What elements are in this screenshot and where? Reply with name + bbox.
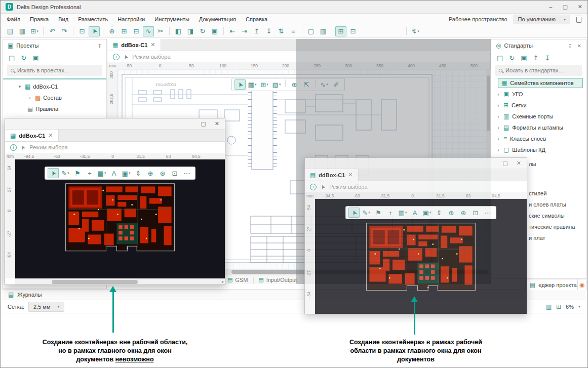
draw-tool-icon[interactable]: ✎▾ xyxy=(361,208,372,218)
tree-item-ddbox-c1[interactable]: ▾ ▦ ddBox-C1 xyxy=(3,81,106,92)
floating-window-titlebar[interactable]: ▢ ✕ xyxy=(5,118,225,130)
grid-step-select[interactable]: 2,5 мм ▾ xyxy=(28,302,65,312)
menu-item[interactable]: Инструменты xyxy=(154,16,189,22)
std-kd-templates[interactable]: › ▢ Шаблоны КД xyxy=(491,144,586,155)
move-tool-icon[interactable]: + xyxy=(84,168,95,178)
minimize-button[interactable]: – xyxy=(549,4,552,10)
paste-style-icon[interactable]: ▥ xyxy=(318,26,329,36)
std-grids[interactable]: › ⊞ Сетки xyxy=(491,100,586,111)
zoom-fit-icon[interactable]: ⊟ xyxy=(131,26,142,36)
close-button[interactable]: ✕ xyxy=(578,4,582,10)
maximize-button[interactable]: ▢ xyxy=(562,4,567,10)
expander-icon[interactable]: › xyxy=(27,95,32,100)
std-component-families[interactable]: ▦ Семейства компонентов xyxy=(498,78,583,88)
horizontal-scrollbar[interactable]: ▸ xyxy=(15,278,225,284)
frame-tool-icon[interactable]: ▣▾ xyxy=(121,168,132,178)
zoom-tool-icon[interactable]: ⊡ xyxy=(470,208,481,218)
copy-icon[interactable]: ▣ xyxy=(521,54,527,62)
menu-item[interactable]: Справка xyxy=(246,16,267,22)
tree-item-pravila[interactable]: ▤ Правила xyxy=(3,103,106,114)
probe-icon[interactable]: ↯▾ xyxy=(410,26,421,36)
collapsed-tab[interactable]: ◉ xyxy=(577,279,586,290)
close-button[interactable]: ✕ xyxy=(517,160,521,167)
center-tool-icon[interactable]: ⊕ xyxy=(145,168,156,178)
expander-icon[interactable]: › xyxy=(496,147,500,153)
select-tool-icon[interactable]: ➤ xyxy=(48,168,59,178)
tree-item-sostav[interactable]: › ▩ Состав xyxy=(3,92,106,103)
std-schematic-ports[interactable]: › ▥ Схемные порты xyxy=(491,111,586,122)
projects-search-input[interactable] xyxy=(17,67,99,73)
copy-style-icon[interactable]: ▢ xyxy=(305,26,317,36)
refresh-icon[interactable]: ↻ xyxy=(21,54,26,62)
select-tool-icon[interactable]: ➤ xyxy=(348,208,360,218)
zoom-area-icon[interactable]: ⊞ xyxy=(119,26,130,36)
image-tool-icon[interactable]: ▧▾ xyxy=(271,79,282,90)
more-tools-icon[interactable]: ⋯ xyxy=(482,208,493,218)
more-tools-icon[interactable]: ⋯ xyxy=(181,168,192,178)
pin-icon[interactable]: ↧ xyxy=(568,43,572,49)
distribute-h-icon[interactable]: ≡ xyxy=(288,26,299,36)
close-tab-icon[interactable]: ✕ xyxy=(48,132,53,139)
menu-item[interactable]: Разместить xyxy=(78,16,108,22)
standards-search-input[interactable] xyxy=(505,67,578,73)
save-all-icon[interactable]: ▦ xyxy=(17,26,28,36)
select-tool-icon[interactable]: ➤ xyxy=(234,79,246,90)
align-bottom-icon[interactable]: ↧ xyxy=(263,26,275,36)
menu-item[interactable]: Файл xyxy=(7,16,20,22)
floating-window-titlebar[interactable]: ▢ ✕ xyxy=(305,158,527,169)
new-project-icon[interactable]: ▤ xyxy=(9,54,15,62)
document-tab[interactable]: ▦ ddBox-C1 ✕ xyxy=(5,130,59,141)
close-tab-icon[interactable]: ✕ xyxy=(150,42,155,48)
find-object-icon[interactable]: ⊡ xyxy=(76,26,88,36)
align-right-icon[interactable]: ⇥ xyxy=(239,26,250,36)
vector-tool-icon[interactable]: ⊛ xyxy=(157,168,168,178)
expander-icon[interactable]: › xyxy=(496,103,500,108)
text-tool-icon[interactable]: A xyxy=(108,168,120,178)
menu-item[interactable]: Правка xyxy=(30,16,49,22)
refresh-icon[interactable]: ↻ xyxy=(509,54,515,62)
trace-mode-icon[interactable]: ∿ xyxy=(143,26,154,36)
export-icon[interactable]: ↧ xyxy=(544,54,550,62)
document-tab[interactable]: ▦ ddBox-C1 ✕ xyxy=(107,39,161,51)
scroll-right-icon[interactable]: ▸ xyxy=(222,279,224,285)
close-panel-icon[interactable]: ✕ xyxy=(577,43,581,49)
grid-tool-icon[interactable]: ▦▾ xyxy=(247,79,258,90)
select-mode-icon[interactable]: ➤ xyxy=(89,26,100,36)
std-formats-stamps[interactable]: › ▤ Форматы и штампы xyxy=(491,122,586,133)
close-button[interactable]: ✕ xyxy=(215,120,219,127)
snap-toggle-icon[interactable]: ⊡ xyxy=(347,26,359,36)
distribute-v-icon[interactable]: ⇅ xyxy=(276,26,287,36)
redo-icon[interactable]: ↷ xyxy=(59,26,70,36)
rotate-icon[interactable]: ↻ xyxy=(197,26,208,36)
align-left-icon[interactable]: ⇤ xyxy=(227,26,238,36)
undo-icon[interactable]: ↶ xyxy=(47,26,58,36)
pcb-canvas[interactable]: ➤ ✎▾ ⚑ + ▦▾ A ▣▾ ⇕ xyxy=(15,159,225,278)
trash-icon[interactable] xyxy=(576,17,581,23)
zoom-grid-icon[interactable]: ⊞ xyxy=(556,303,561,310)
document-tab[interactable]: ▦ ddBox-C1 ✕ xyxy=(305,169,359,181)
center-tool-icon[interactable]: ⊕ xyxy=(446,208,457,218)
menu-item[interactable]: Вид xyxy=(58,16,68,22)
sheet-tab-input-output[interactable]: │ ▤ Input/Output xyxy=(252,276,297,283)
text-tool-icon[interactable]: A xyxy=(409,208,420,218)
group-icon[interactable]: ▣ xyxy=(209,26,220,36)
zoom-in-icon[interactable]: ⊕ xyxy=(106,26,117,36)
maximize-button[interactable]: ▢ xyxy=(502,160,507,167)
pcb-canvas[interactable]: ➤ ✎▾ ⚑ + ▦▾ A ▣▾ ⇕ xyxy=(315,199,527,314)
floating-document-window-ghost[interactable]: ▢ ✕ ▦ ddBox-C1 ✕ i ➤ Режим выбора mm -94… xyxy=(304,157,527,314)
save-icon[interactable]: ▤ xyxy=(5,26,16,36)
zoom-fit-icon[interactable]: ▥ xyxy=(546,303,552,310)
move-tool-icon[interactable]: + xyxy=(385,208,396,218)
flag-tool-icon[interactable]: ⚑ xyxy=(373,208,384,218)
chevron-down-icon[interactable]: ▾ xyxy=(578,304,580,309)
std-layer-classes[interactable]: › ≡ Классы слоев xyxy=(491,133,586,144)
std-ugo[interactable]: › ▣ УГО xyxy=(491,89,586,100)
grid-toggle-icon[interactable]: ⊞ xyxy=(335,26,346,36)
expander-icon[interactable]: › xyxy=(496,136,500,142)
expander-icon[interactable]: ▾ xyxy=(17,84,22,89)
new-icon[interactable]: ▤ xyxy=(497,54,503,62)
expander-icon[interactable]: › xyxy=(496,92,500,97)
stretch-tool-icon[interactable]: ⇕ xyxy=(434,208,445,218)
grid-tool-icon[interactable]: ▦▾ xyxy=(96,168,107,178)
pin-icon[interactable]: ↧ xyxy=(98,43,102,49)
